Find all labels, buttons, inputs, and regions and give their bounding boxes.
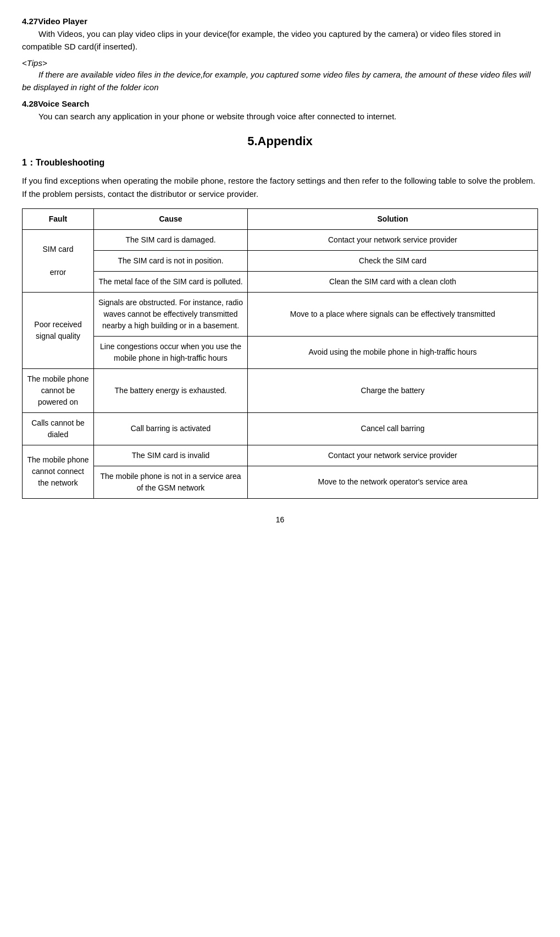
table-row: Line congestions occur when you use the …: [23, 336, 538, 368]
video-player-body: With Videos, you can play video clips in…: [22, 28, 538, 53]
table-row: Calls cannot be dialed Call barring is a…: [23, 412, 538, 445]
table-row: The mobile phone cannot connect the netw…: [23, 445, 538, 466]
col-fault: Fault: [23, 208, 94, 229]
voice-search-body: You can search any application in your p…: [22, 111, 538, 123]
page-number: 16: [22, 515, 538, 524]
cause-sim-metal-polluted: The metal face of the SIM card is pollut…: [94, 271, 248, 292]
cause-battery-exhausted: The battery energy is exhausted.: [94, 368, 248, 412]
col-solution: Solution: [248, 208, 538, 229]
cause-sim-invalid: The SIM card is invalid: [94, 445, 248, 466]
table-row: The mobile phone is not in a service are…: [23, 466, 538, 498]
fault-cannot-connect: The mobile phone cannot connect the netw…: [23, 445, 94, 498]
fault-sim-card: SIM carderror: [23, 229, 94, 292]
table-header-row: Fault Cause Solution: [23, 208, 538, 229]
table-row: The mobile phone cannot be powered on Th…: [23, 368, 538, 412]
troubleshooting-table: Fault Cause Solution SIM carderror The S…: [22, 208, 538, 499]
cause-line-congestions: Line congestions occur when you use the …: [94, 336, 248, 368]
section-video-player: 4.27Video Player With Videos, you can pl…: [22, 16, 538, 93]
voice-search-title: 4.28Voice Search: [22, 99, 538, 108]
fault-poor-signal: Poor received signal quality: [23, 292, 94, 368]
col-cause: Cause: [94, 208, 248, 229]
tips-label: <Tips>: [22, 58, 538, 68]
table-row: The metal face of the SIM card is pollut…: [23, 271, 538, 292]
table-row: The SIM card is not in position. Check t…: [23, 250, 538, 271]
section-voice-search: 4.28Voice Search You can search any appl…: [22, 99, 538, 123]
cause-call-barring: Call barring is activated: [94, 412, 248, 445]
solution-contact-network2: Contact your network service provider: [248, 445, 538, 466]
cause-not-in-service-area: The mobile phone is not in a service are…: [94, 466, 248, 498]
video-player-title: 4.27Video Player: [22, 16, 538, 26]
solution-avoid-high-traffic: Avoid using the mobile phone in high-tra…: [248, 336, 538, 368]
fault-calls-cannot-dialed: Calls cannot be dialed: [23, 412, 94, 445]
tips-body: If there are available video files in th…: [22, 69, 538, 93]
solution-cancel-barring: Cancel call barring: [248, 412, 538, 445]
troubleshooting-heading: 1：Troubleshooting: [22, 157, 538, 169]
solution-move-to-operator: Move to the network operator's service a…: [248, 466, 538, 498]
cause-sim-damaged: The SIM card is damaged.: [94, 229, 248, 250]
cause-sim-not-in-position: The SIM card is not in position.: [94, 250, 248, 271]
table-row: Poor received signal quality Signals are…: [23, 292, 538, 336]
troubleshooting-intro: If you find exceptions when operating th…: [22, 174, 538, 201]
solution-clean-sim: Clean the SIM card with a clean cloth: [248, 271, 538, 292]
solution-check-sim: Check the SIM card: [248, 250, 538, 271]
appendix-heading: 5.Appendix: [22, 134, 538, 148]
solution-contact-network: Contact your network service provider: [248, 229, 538, 250]
table-row: SIM carderror The SIM card is damaged. C…: [23, 229, 538, 250]
solution-charge-battery: Charge the battery: [248, 368, 538, 412]
fault-cannot-power-on: The mobile phone cannot be powered on: [23, 368, 94, 412]
cause-signals-obstructed: Signals are obstructed. For instance, ra…: [94, 292, 248, 336]
solution-move-to-place: Move to a place where signals can be eff…: [248, 292, 538, 336]
